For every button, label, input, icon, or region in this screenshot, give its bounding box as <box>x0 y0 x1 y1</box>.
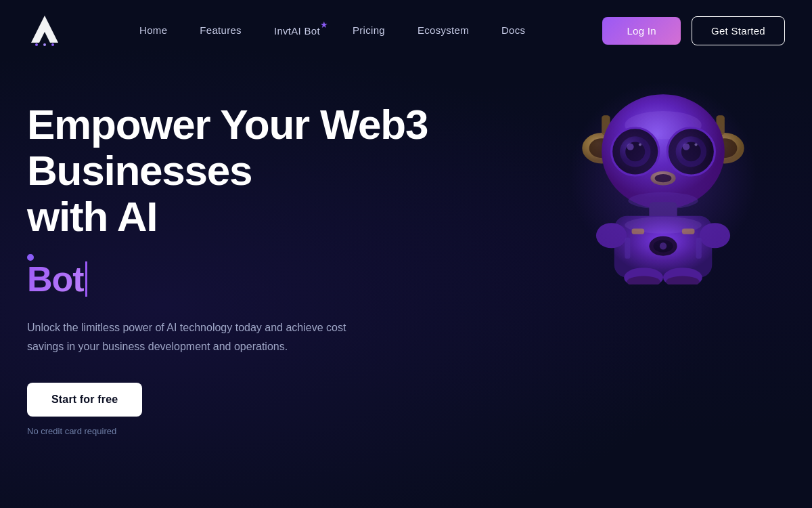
nav-item-invtai-bot[interactable]: InvtAI Bot ★ <box>274 25 320 37</box>
logo[interactable] <box>27 13 62 48</box>
hero-headline: Empower Your Web3 Businesses with AI <box>27 102 447 240</box>
hero-typewriter: Bot <box>27 259 87 300</box>
nav-item-features[interactable]: Features <box>200 24 242 37</box>
hero-description: Unlock the limitless power of AI technol… <box>27 318 365 355</box>
nav-links: Home Features InvtAI Bot ★ Pricing Ecosy… <box>139 24 525 37</box>
nav-item-docs[interactable]: Docs <box>501 24 525 37</box>
animated-dot <box>27 254 34 261</box>
nav-item-pricing[interactable]: Pricing <box>353 24 385 37</box>
no-credit-card-text: No credit card required <box>27 426 447 436</box>
navbar: Home Features InvtAI Bot ★ Pricing Ecosy… <box>0 0 812 61</box>
hero-animated-area: Bot <box>27 259 447 300</box>
nav-item-ecosystem[interactable]: Ecosystem <box>418 24 469 37</box>
svg-point-1 <box>35 43 38 46</box>
login-button[interactable]: Log In <box>602 17 681 45</box>
get-started-button[interactable]: Get Started <box>692 16 785 45</box>
robot-glow <box>568 81 758 271</box>
hero-section: Empower Your Web3 Businesses with AI Bot… <box>0 61 812 508</box>
svg-marker-0 <box>31 16 58 43</box>
robot-illustration <box>555 68 771 284</box>
cursor-bar <box>85 261 87 297</box>
start-free-button[interactable]: Start for free <box>27 383 142 417</box>
nav-item-home[interactable]: Home <box>139 24 167 37</box>
nav-actions: Log In Get Started <box>602 16 785 45</box>
star-icon: ★ <box>320 20 328 30</box>
svg-point-3 <box>51 43 54 46</box>
hero-content: Empower Your Web3 Businesses with AI Bot… <box>27 102 447 436</box>
svg-point-2 <box>43 43 46 46</box>
